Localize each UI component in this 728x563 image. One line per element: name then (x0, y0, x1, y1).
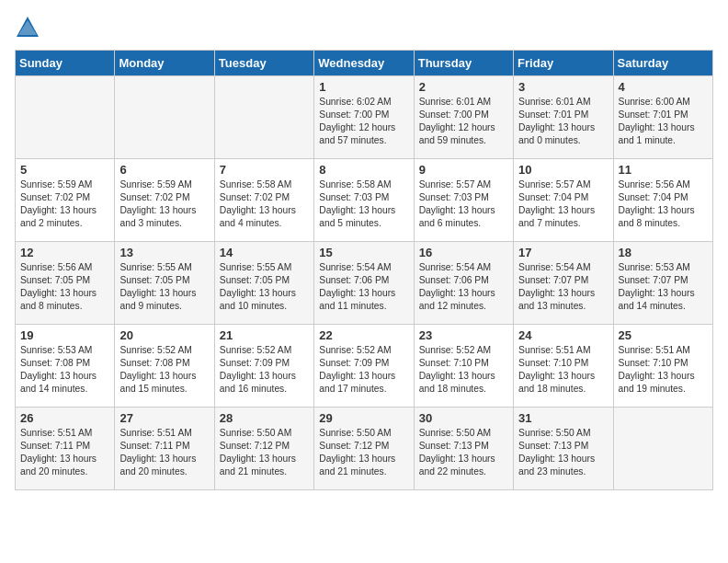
calendar-cell: 17Sunrise: 5:54 AMSunset: 7:07 PMDayligh… (514, 242, 613, 325)
day-number: 28 (220, 411, 309, 425)
cell-text: Sunset: 7:00 PM (319, 109, 408, 121)
cell-text: Daylight: 13 hours and 10 minutes. (220, 287, 309, 313)
cell-text: Sunrise: 5:54 AM (419, 261, 508, 274)
cell-text: Sunset: 7:11 PM (119, 440, 209, 453)
cell-text: Sunset: 7:12 PM (220, 440, 309, 453)
cell-text: Sunrise: 6:02 AM (319, 96, 408, 109)
cell-text: Sunset: 7:06 PM (419, 274, 508, 287)
cell-text: Sunrise: 5:52 AM (419, 344, 508, 357)
cell-text: Sunrise: 5:54 AM (518, 261, 608, 274)
cell-text: Sunset: 7:05 PM (119, 274, 209, 287)
cell-text: Daylight: 13 hours and 19 minutes. (619, 370, 708, 396)
cell-text: Sunrise: 5:52 AM (319, 344, 408, 357)
cell-text: Sunrise: 5:57 AM (518, 178, 608, 191)
day-number: 11 (619, 163, 708, 177)
header-tuesday: Tuesday (214, 51, 313, 76)
calendar-cell: 8Sunrise: 5:58 AMSunset: 7:03 PMDaylight… (314, 159, 414, 242)
calendar-cell: 7Sunrise: 5:58 AMSunset: 7:02 PMDaylight… (214, 159, 313, 242)
cell-text: Sunset: 7:09 PM (220, 357, 309, 370)
header-thursday: Thursday (414, 51, 513, 76)
cell-text: Daylight: 13 hours and 20 minutes. (119, 453, 209, 478)
day-number: 20 (119, 328, 209, 342)
cell-text: Sunset: 7:13 PM (419, 440, 508, 453)
day-number: 10 (518, 163, 608, 177)
calendar-cell: 2Sunrise: 6:01 AMSunset: 7:00 PMDaylight… (414, 76, 513, 159)
header-sunday: Sunday (16, 51, 115, 76)
cell-text: Daylight: 13 hours and 12 minutes. (419, 287, 508, 313)
calendar-cell: 26Sunrise: 5:51 AMSunset: 7:11 PMDayligh… (16, 408, 115, 490)
cell-text: Daylight: 13 hours and 15 minutes. (119, 370, 209, 396)
cell-text: Sunset: 7:10 PM (419, 357, 508, 370)
calendar-table: SundayMondayTuesdayWednesdayThursdayFrid… (15, 50, 713, 490)
day-number: 6 (119, 163, 209, 177)
calendar-cell: 19Sunrise: 5:53 AMSunset: 7:08 PMDayligh… (16, 325, 115, 408)
cell-text: Sunrise: 5:58 AM (319, 178, 408, 191)
cell-text: Daylight: 13 hours and 21 minutes. (220, 453, 309, 478)
day-number: 14 (220, 246, 309, 259)
calendar-cell: 28Sunrise: 5:50 AMSunset: 7:12 PMDayligh… (214, 408, 313, 490)
svg-marker-1 (18, 20, 37, 35)
cell-text: Sunrise: 5:53 AM (619, 261, 708, 274)
cell-text: Sunrise: 6:01 AM (518, 96, 608, 109)
cell-text: Sunset: 7:05 PM (220, 274, 309, 287)
day-number: 22 (319, 328, 408, 342)
day-number: 15 (319, 246, 408, 259)
calendar-cell: 18Sunrise: 5:53 AMSunset: 7:07 PMDayligh… (613, 242, 712, 325)
calendar-cell: 29Sunrise: 5:50 AMSunset: 7:12 PMDayligh… (314, 408, 414, 490)
cell-text: Daylight: 13 hours and 7 minutes. (518, 204, 608, 230)
calendar-week-5: 26Sunrise: 5:51 AMSunset: 7:11 PMDayligh… (16, 408, 713, 490)
cell-text: Sunset: 7:00 PM (419, 109, 508, 121)
calendar-cell (115, 76, 214, 159)
cell-text: Sunset: 7:08 PM (119, 357, 209, 370)
calendar-cell: 12Sunrise: 5:56 AMSunset: 7:05 PMDayligh… (16, 242, 115, 325)
cell-text: Daylight: 13 hours and 1 minute. (619, 121, 708, 147)
cell-text: Sunrise: 5:50 AM (419, 427, 508, 440)
cell-text: Sunrise: 5:56 AM (619, 178, 708, 191)
calendar-cell: 6Sunrise: 5:59 AMSunset: 7:02 PMDaylight… (115, 159, 214, 242)
day-number: 16 (419, 246, 508, 259)
cell-text: Sunrise: 5:57 AM (419, 178, 508, 191)
cell-text: Sunset: 7:03 PM (419, 191, 508, 204)
cell-text: Sunrise: 5:51 AM (518, 344, 608, 357)
cell-text: Sunset: 7:02 PM (119, 191, 209, 204)
cell-text: Sunrise: 5:51 AM (119, 427, 209, 440)
day-number: 3 (518, 80, 608, 94)
cell-text: Sunrise: 5:58 AM (220, 178, 309, 191)
calendar-cell: 15Sunrise: 5:54 AMSunset: 7:06 PMDayligh… (314, 242, 414, 325)
header-friday: Friday (514, 51, 613, 76)
cell-text: Daylight: 13 hours and 16 minutes. (220, 370, 309, 396)
cell-text: Sunrise: 5:59 AM (20, 178, 109, 191)
cell-text: Sunset: 7:01 PM (518, 109, 608, 121)
cell-text: Daylight: 13 hours and 14 minutes. (619, 287, 708, 313)
calendar-week-1: 1Sunrise: 6:02 AMSunset: 7:00 PMDaylight… (16, 76, 713, 159)
cell-text: Sunrise: 5:51 AM (20, 427, 109, 440)
cell-text: Daylight: 13 hours and 0 minutes. (518, 121, 608, 147)
calendar-cell: 3Sunrise: 6:01 AMSunset: 7:01 PMDaylight… (514, 76, 613, 159)
cell-text: Sunrise: 5:55 AM (220, 261, 309, 274)
cell-text: Daylight: 13 hours and 3 minutes. (119, 204, 209, 230)
cell-text: Sunrise: 5:51 AM (619, 344, 708, 357)
cell-text: Daylight: 13 hours and 20 minutes. (20, 453, 109, 478)
calendar-cell: 1Sunrise: 6:02 AMSunset: 7:00 PMDaylight… (314, 76, 414, 159)
logo-icon (15, 15, 40, 40)
header-wednesday: Wednesday (314, 51, 414, 76)
cell-text: Sunset: 7:13 PM (518, 440, 608, 453)
cell-text: Sunset: 7:09 PM (319, 357, 408, 370)
cell-text: Sunrise: 5:50 AM (319, 427, 408, 440)
calendar-header-row: SundayMondayTuesdayWednesdayThursdayFrid… (16, 51, 713, 76)
cell-text: Daylight: 13 hours and 9 minutes. (119, 287, 209, 313)
calendar-cell: 14Sunrise: 5:55 AMSunset: 7:05 PMDayligh… (214, 242, 313, 325)
calendar-cell: 5Sunrise: 5:59 AMSunset: 7:02 PMDaylight… (16, 159, 115, 242)
calendar-week-3: 12Sunrise: 5:56 AMSunset: 7:05 PMDayligh… (16, 242, 713, 325)
day-number: 17 (518, 246, 608, 259)
day-number: 31 (518, 411, 608, 425)
day-number: 23 (419, 328, 508, 342)
cell-text: Daylight: 13 hours and 18 minutes. (518, 370, 608, 396)
day-number: 27 (119, 411, 209, 425)
cell-text: Daylight: 13 hours and 2 minutes. (20, 204, 109, 230)
header-saturday: Saturday (613, 51, 712, 76)
cell-text: Sunset: 7:11 PM (20, 440, 109, 453)
calendar-cell: 16Sunrise: 5:54 AMSunset: 7:06 PMDayligh… (414, 242, 513, 325)
cell-text: Sunset: 7:01 PM (619, 109, 708, 121)
calendar-cell: 30Sunrise: 5:50 AMSunset: 7:13 PMDayligh… (414, 408, 513, 490)
